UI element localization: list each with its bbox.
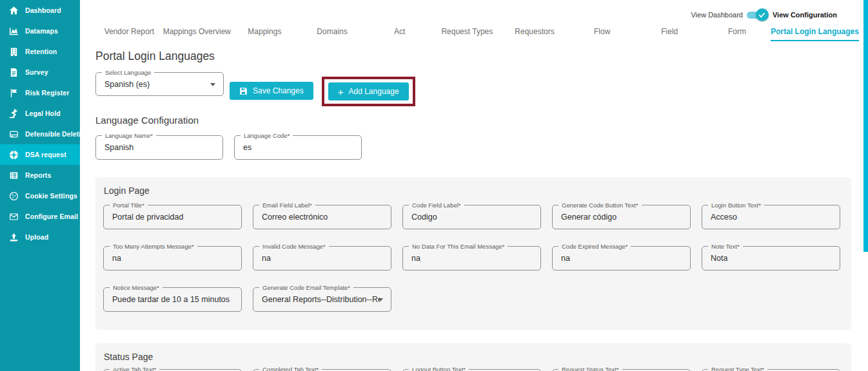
language-configuration-title: Language Configuration <box>95 115 199 126</box>
field-label: Generate Code Email Template* <box>259 283 353 292</box>
add-language-button[interactable]: + Add Language <box>328 82 409 100</box>
field-label: Login Button Text* <box>708 201 764 209</box>
login-page-card: Login Page Portal Title* Portal de priva… <box>95 177 851 330</box>
field-value: Portal de privacidad <box>112 213 183 222</box>
invalid-code-message-field[interactable]: Invalid Code Message* na <box>253 246 391 271</box>
generate-code-button-text-field[interactable]: Generate Code Button Text* Generar códig… <box>552 205 691 229</box>
sidebar-item-label: Cookie Settings <box>25 192 77 200</box>
view-mode-toggle[interactable] <box>747 8 769 21</box>
envelope-icon <box>8 211 19 222</box>
sidebar-item-label: Retention <box>25 48 57 55</box>
language-code-field[interactable]: Language Code* es <box>234 135 362 160</box>
sidebar-item-label: Reports <box>25 171 51 179</box>
notice-message-field[interactable]: Notice Message* Puede tardar de 10 a 15 … <box>103 287 242 312</box>
tab-vendor-report[interactable]: Vendor Report <box>95 22 163 41</box>
no-data-email-message-field[interactable]: No Data For This Email Message* na <box>402 246 541 271</box>
view-dashboard-label: View Dashboard <box>691 11 743 19</box>
code-field-label-field[interactable]: Code Field Label* Codigo <box>402 205 541 229</box>
tab-form[interactable]: Form <box>704 22 771 41</box>
flag-icon <box>8 88 19 98</box>
sidebar-item-label: Datamaps <box>25 27 58 35</box>
portal-title-field[interactable]: Portal Title* Portal de privacidad <box>103 205 242 229</box>
tab-act[interactable]: Act <box>366 22 433 41</box>
field-value: Spanish (es) <box>104 80 150 89</box>
field-label: Language Code* <box>241 131 293 140</box>
save-button-label: Save Changes <box>253 86 304 95</box>
tab-requestors[interactable]: Requestors <box>501 22 569 41</box>
view-configuration-label: View Configuration <box>773 11 837 19</box>
email-field-label-field[interactable]: Email Field Label* Correo electrónico <box>253 205 391 229</box>
field-value: na <box>262 254 271 263</box>
select-language-dropdown[interactable]: Select Language Spanish (es) <box>95 72 224 96</box>
drive-icon <box>8 129 19 139</box>
lifebuoy-icon <box>8 149 19 160</box>
sidebar-item-configure-email[interactable]: Configure Email <box>0 206 80 227</box>
sidebar-item-upload[interactable]: Upload <box>0 227 80 247</box>
login-button-text-field[interactable]: Login Button Text* Acceso <box>702 205 840 229</box>
sidebar-item-cookie-settings[interactable]: Cookie Settings <box>0 186 80 206</box>
sidebar-item-datamaps[interactable]: Datamaps <box>0 21 80 41</box>
cookie-icon <box>8 191 19 201</box>
field-label: Completed Tab Text* <box>259 365 322 371</box>
field-value: Acceso <box>711 213 737 222</box>
tab-portal-login-languages[interactable]: Portal Login Languages <box>771 22 859 41</box>
tab-request-types[interactable]: Request Types <box>433 22 501 41</box>
sidebar: Dashboard Datamaps Retention Survey Risk… <box>0 0 80 371</box>
main-content: View Dashboard View Configuration Vendor… <box>80 0 868 371</box>
field-label: Note Text* <box>708 242 743 251</box>
field-value: Codigo <box>411 213 437 222</box>
field-value: Spanish <box>104 143 133 152</box>
chart-icon <box>8 26 19 36</box>
tab-field[interactable]: Field <box>636 22 704 41</box>
field-label: Portal Title* <box>110 201 148 209</box>
gavel-icon <box>8 108 19 119</box>
plus-icon: + <box>338 87 344 97</box>
sidebar-item-dashboard[interactable]: Dashboard <box>0 0 80 21</box>
field-value: Correo electrónico <box>262 213 328 222</box>
sidebar-item-retention[interactable]: Retention <box>0 41 80 62</box>
tab-flow[interactable]: Flow <box>568 22 636 41</box>
sidebar-item-risk-register[interactable]: Risk Register <box>0 82 80 103</box>
code-expired-message-field[interactable]: Code Expired Message* na <box>552 246 691 271</box>
generate-code-email-template-dropdown[interactable]: Generate Code Email Template* General Re… <box>253 287 391 312</box>
annotation-highlight-box: + Add Language <box>322 77 415 106</box>
sidebar-item-label: Survey <box>25 68 48 76</box>
field-value: General Reports--Distribution--Report <box>262 295 380 304</box>
field-label: Language Name* <box>102 131 156 140</box>
field-label: Active Tab Text* <box>110 365 159 371</box>
field-label: Code Field Label* <box>409 201 464 209</box>
chevron-down-icon <box>210 83 215 86</box>
tab-mappings[interactable]: Mappings <box>231 22 299 41</box>
sidebar-item-label: Defensible Deletion <box>25 130 89 138</box>
field-value: Puede tardar de 10 a 15 minutos en que s… <box>112 295 230 304</box>
field-value: na <box>112 254 121 263</box>
chevron-down-icon <box>378 298 383 301</box>
sidebar-item-legal-hold[interactable]: Legal Hold <box>0 103 80 124</box>
sidebar-item-defensible-deletion[interactable]: Defensible Deletion <box>0 124 80 144</box>
status-page-card: Status Page Active Tab Text* Completed T… <box>95 343 851 371</box>
field-label: Request Type Text* <box>708 365 767 371</box>
language-name-field[interactable]: Language Name* Spanish <box>95 135 223 160</box>
document-icon <box>8 67 19 77</box>
page-title: Portal Login Languages <box>95 50 215 63</box>
tab-domains[interactable]: Domains <box>299 22 366 41</box>
sidebar-item-dsa-request[interactable]: DSA request <box>0 144 80 165</box>
field-value: na <box>411 254 420 263</box>
too-many-attempts-message-field[interactable]: Too Many Attempts Message* na <box>103 246 242 271</box>
sidebar-item-reports[interactable]: Reports <box>0 165 80 186</box>
config-tab-bar: Vendor Report Mappings Overview Mappings… <box>95 22 859 41</box>
field-label: Notice Message* <box>110 283 163 292</box>
field-label: No Data For This Email Message* <box>409 242 508 251</box>
field-label: Email Field Label* <box>259 201 315 209</box>
field-label: Select Language <box>102 68 154 77</box>
status-page-title: Status Page <box>104 352 153 362</box>
field-label: Generate Code Button Text* <box>558 201 642 209</box>
field-label: Invalid Code Message* <box>259 242 329 251</box>
note-text-field[interactable]: Note Text* Nota <box>702 246 840 271</box>
save-changes-button[interactable]: Save Changes <box>230 82 313 100</box>
vertical-scrollbar[interactable] <box>863 0 868 252</box>
sidebar-item-label: Legal Hold <box>25 109 61 117</box>
sidebar-item-label: DSA request <box>25 151 66 158</box>
sidebar-item-survey[interactable]: Survey <box>0 62 80 82</box>
tab-mappings-overview[interactable]: Mappings Overview <box>163 22 231 41</box>
